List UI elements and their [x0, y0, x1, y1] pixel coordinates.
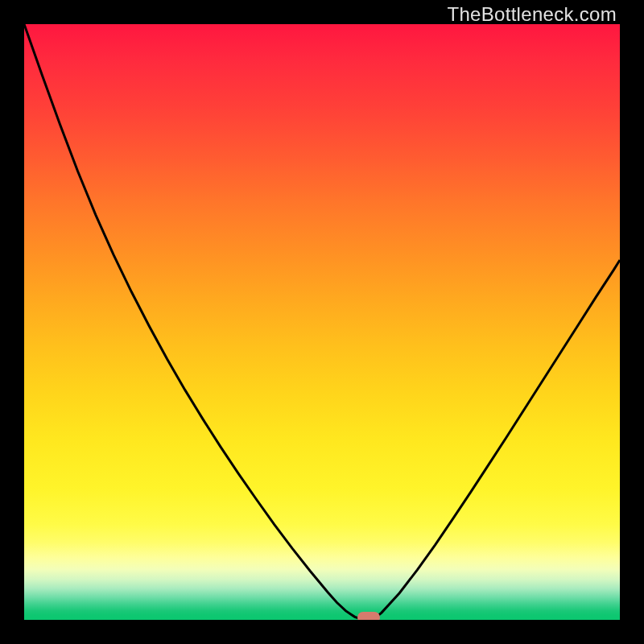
chart-frame: TheBottleneck.com [0, 0, 644, 644]
optimal-marker [357, 612, 380, 620]
plot-area [24, 24, 620, 620]
bottleneck-curve [24, 24, 620, 620]
watermark-text: TheBottleneck.com [447, 3, 617, 26]
